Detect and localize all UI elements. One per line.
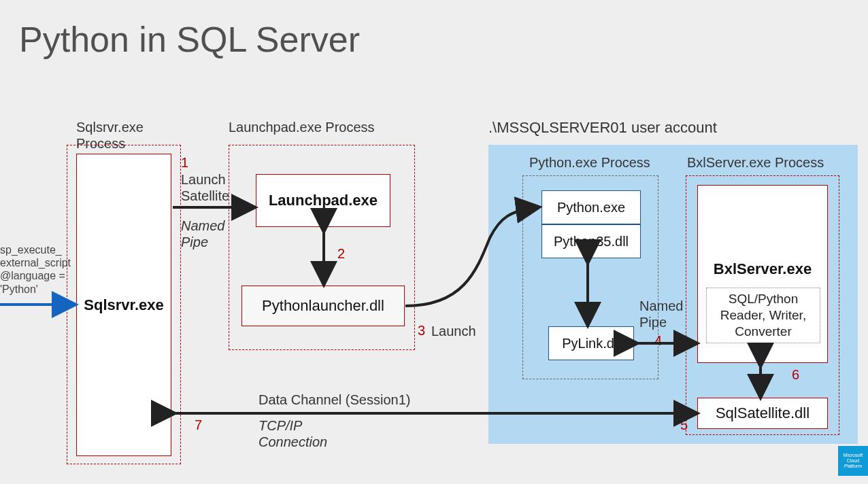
step-7-sub: TCP/IP Connection [258, 417, 327, 450]
sql-input-text: sp_execute_ external_script @language = … [0, 243, 71, 296]
step-4: 4 [654, 333, 662, 349]
sqlsatellite-box: SqlSatellite.dll [697, 398, 828, 429]
step-1-sub: Named Pipe [181, 218, 224, 250]
python-exe-box: Python.exe [541, 190, 641, 224]
step-5: 5 [680, 417, 688, 433]
step-1: 1 [181, 155, 188, 171]
bxl-group-label: BxlServer.exe Process [687, 154, 824, 171]
python35-box: Python35.dll [541, 224, 641, 258]
step-7-label: Data Channel (Session1) [258, 392, 410, 408]
sqlsrvr-box: Sqlsrvr.exe [76, 154, 171, 456]
pylink-box: PyLink.dll [548, 326, 634, 360]
step-6: 6 [792, 367, 799, 383]
step-3-label: Launch [431, 323, 476, 339]
step-4-label: Named Pipe [639, 298, 683, 330]
step-7: 7 [195, 417, 202, 433]
ms-cloud-badge: Microsoft Cloud Platform [838, 446, 868, 476]
launchpad-group-label: Launchpad.exe Process [229, 119, 375, 135]
launchpad-box: Launchpad.exe [256, 174, 390, 227]
pythonlauncher-box: Pythonlauncher.dll [241, 286, 405, 326]
step-2: 2 [337, 246, 345, 262]
user-account-label: .\MSSQLSERVER01 user account [488, 119, 717, 137]
page-title: Python in SQL Server [19, 19, 360, 60]
reader-box: SQL/Python Reader, Writer, Converter [706, 288, 820, 343]
bxlserver-box: BxlServer.exe SQL/Python Reader, Writer,… [697, 185, 828, 363]
step-3: 3 [418, 323, 425, 339]
bxlserver-label: BxlServer.exe [698, 260, 827, 278]
python-group-label: Python.exe Process [529, 154, 650, 171]
step-1-label: Launch Satellite [181, 171, 229, 204]
